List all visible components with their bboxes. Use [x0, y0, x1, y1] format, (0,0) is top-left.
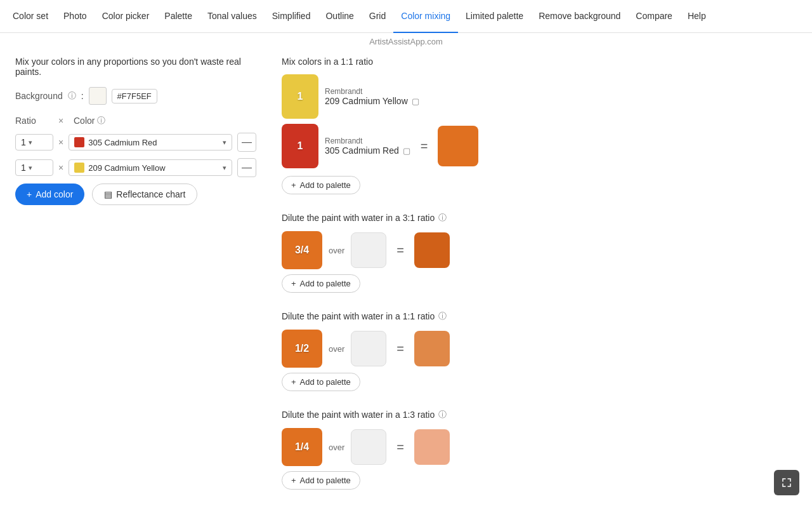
nav-item-remove-background[interactable]: Remove background [531, 0, 628, 33]
nav-item-limited-palette[interactable]: Limited palette [458, 0, 531, 33]
nav-item-tonal-values[interactable]: Tonal values [200, 0, 265, 33]
over-label-2: over [329, 344, 344, 354]
dilute-title-1: Dilute the paint with water in a 3:1 rat… [282, 212, 792, 224]
dilute-help-icon-1[interactable]: ⓘ [438, 212, 447, 224]
reflectance-chart-label: Reflectance chart [116, 189, 185, 199]
mix-result-row: 1 Rembrandt 305 Cadmium Red ▢ = [282, 124, 792, 168]
ratio-chevron-2: ▾ [29, 164, 32, 172]
left-panel: Mix your colors in any proportions so yo… [15, 57, 256, 508]
color-row-1: 1 ▾ × 305 Cadmium Red ▾ — [15, 133, 256, 152]
multiply-label: × [58, 116, 69, 126]
add-icon: + [27, 189, 32, 199]
edit-icon-1[interactable]: ▢ [412, 97, 419, 106]
color-swatch-2 [74, 163, 84, 173]
water-swatch-1 [351, 232, 386, 268]
color-name-1: 305 Cadmium Red [88, 138, 219, 147]
color-select-2[interactable]: 209 Cadmium Yellow ▾ [69, 159, 232, 176]
paint-info-2: Rembrandt 305 Cadmium Red ▢ [325, 137, 410, 156]
background-hex: #F7F5EF [112, 89, 157, 104]
dilute-title-3: Dilute the paint with water in a 1:3 rat… [282, 409, 792, 420]
background-swatch[interactable] [89, 87, 107, 105]
dilute-result-swatch-1 [414, 232, 450, 268]
dilute-result-swatch-2 [414, 331, 450, 366]
chart-icon: ▤ [104, 189, 112, 199]
paint-ratio-block-2: 1 [282, 124, 318, 168]
nav-item-color-set[interactable]: Color set [5, 0, 56, 33]
description: Mix your colors in any proportions so yo… [15, 57, 256, 77]
ratio-column-label: Ratio [15, 116, 53, 126]
over-label-3: over [329, 443, 344, 452]
water-swatch-2 [351, 331, 386, 366]
fraction-block-3: 1/4 [282, 428, 322, 466]
plus-icon-dilute-1: + [291, 279, 296, 288]
paint-info-1: Rembrandt 209 Cadmium Yellow ▢ [325, 87, 419, 106]
dilute-help-icon-2[interactable]: ⓘ [438, 311, 447, 322]
dilute-row-2: 1/2 over = [282, 330, 792, 368]
dilute-equals-1: = [396, 243, 404, 258]
multiply-2: × [58, 163, 63, 173]
nav-item-compare[interactable]: Compare [628, 0, 680, 33]
add-to-palette-button-mix[interactable]: + Add to palette [282, 176, 360, 194]
add-to-palette-button-dilute-3[interactable]: + Add to palette [282, 471, 360, 490]
add-to-palette-label-dilute-3: Add to palette [300, 476, 351, 485]
over-label-1: over [329, 246, 344, 255]
equals-sign: = [421, 139, 428, 154]
right-panel: Mix colors in a 1:1 ratio 1 Rembrandt 20… [282, 57, 797, 508]
paint-name-2: 305 Cadmium Red [325, 145, 399, 156]
dilute-row-3: 1/4 over = [282, 428, 792, 466]
fullscreen-button[interactable] [774, 470, 799, 495]
paint-brand-2: Rembrandt [325, 137, 410, 145]
remove-color-button-2[interactable]: — [237, 158, 256, 177]
add-color-button[interactable]: + Add color [15, 184, 84, 205]
mix-section: Mix colors in a 1:1 ratio 1 Rembrandt 20… [282, 57, 792, 194]
background-help-icon[interactable]: ⓘ [68, 90, 76, 102]
plus-icon-dilute-3: + [291, 476, 296, 485]
color-name-2: 209 Cadmium Yellow [88, 163, 219, 173]
fraction-block-2: 1/2 [282, 330, 322, 368]
paint-name-1: 209 Cadmium Yellow [325, 96, 408, 106]
reflectance-chart-button[interactable]: ▤ Reflectance chart [92, 184, 197, 205]
color-help-icon[interactable]: ⓘ [97, 115, 105, 126]
dilute-result-swatch-3 [414, 429, 450, 465]
color-chevron-1: ▾ [223, 138, 226, 147]
dilute-equals-3: = [396, 440, 404, 455]
ratio-chevron-1: ▾ [29, 138, 32, 147]
nav-item-color-mixing[interactable]: Color mixing [393, 0, 458, 33]
mix-section-title: Mix colors in a 1:1 ratio [282, 57, 792, 67]
nav-item-grid[interactable]: Grid [362, 0, 393, 33]
color-row-2: 1 ▾ × 209 Cadmium Yellow ▾ — [15, 158, 256, 177]
dilute-section-2: Dilute the paint with water in a 1:1 rat… [282, 311, 792, 391]
color-select-1[interactable]: 305 Cadmium Red ▾ [69, 134, 232, 150]
add-color-label: Add color [36, 189, 73, 199]
nav-item-photo[interactable]: Photo [56, 0, 95, 33]
color-chevron-2: ▾ [223, 164, 226, 172]
nav-item-color-picker[interactable]: Color picker [95, 0, 157, 33]
dilute-row-1: 3/4 over = [282, 231, 792, 269]
app-subtitle: ArtistAssistApp.com [0, 33, 812, 46]
dilute-section-1: Dilute the paint with water in a 3:1 rat… [282, 212, 792, 293]
color-column-label: Color ⓘ [74, 115, 105, 126]
background-row: Background ⓘ : #F7F5EF [15, 87, 256, 105]
nav-item-outline[interactable]: Outline [318, 0, 361, 33]
nav-item-palette[interactable]: Palette [157, 0, 200, 33]
ratio-color-header: Ratio × Color ⓘ [15, 115, 256, 126]
edit-icon-2[interactable]: ▢ [403, 146, 410, 156]
action-buttons: + Add color ▤ Reflectance chart [15, 184, 256, 205]
add-to-palette-label-mix: Add to palette [300, 180, 351, 190]
nav-item-simplified[interactable]: Simplified [265, 0, 318, 33]
remove-color-button-1[interactable]: — [237, 133, 256, 152]
ratio-select-2[interactable]: 1 ▾ [15, 159, 53, 176]
ratio-select-1[interactable]: 1 ▾ [15, 134, 53, 150]
fraction-block-1: 3/4 [282, 231, 322, 269]
add-to-palette-label-dilute-1: Add to palette [300, 279, 351, 288]
add-to-palette-button-dilute-2[interactable]: + Add to palette [282, 373, 360, 391]
dilute-help-icon-3[interactable]: ⓘ [438, 409, 447, 420]
add-to-palette-button-dilute-1[interactable]: + Add to palette [282, 274, 360, 293]
dilute-section-3: Dilute the paint with water in a 1:3 rat… [282, 409, 792, 490]
color-swatch-1 [74, 137, 84, 147]
nav-item-help[interactable]: Help [680, 0, 714, 33]
water-swatch-3 [351, 429, 386, 465]
multiply-1: × [58, 137, 63, 147]
mix-result-swatch [438, 126, 478, 166]
dilute-title-2: Dilute the paint with water in a 1:1 rat… [282, 311, 792, 322]
